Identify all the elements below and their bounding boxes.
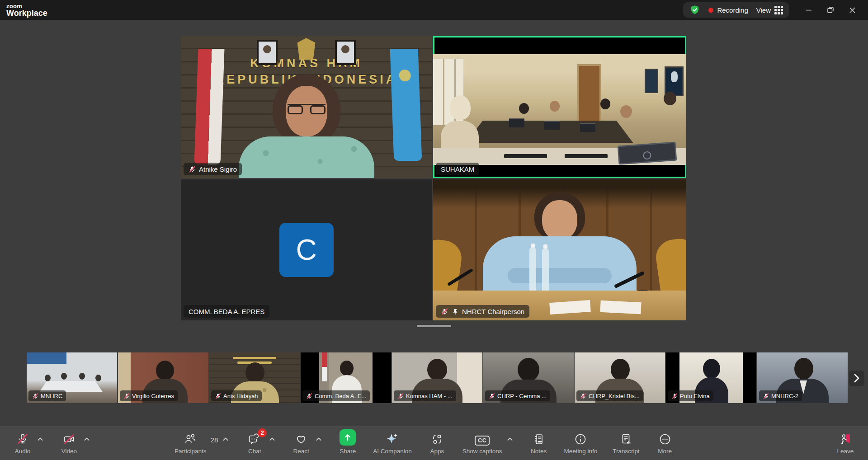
filmstrip-tile-comm-beda[interactable]: Comm. Beda A. E... bbox=[301, 352, 391, 403]
participant-name-label: MNHRC-2 bbox=[759, 390, 802, 401]
microphone-muted-icon bbox=[671, 393, 678, 399]
indonesia-flag bbox=[194, 49, 225, 164]
participant-name-label: Anis Hidayah bbox=[211, 390, 262, 401]
chat-unread-badge: 2 bbox=[258, 428, 267, 437]
filmstrip-tile-virgilio-guterres[interactable]: Virgilio Guterres bbox=[118, 352, 208, 403]
video-tile-nhrct-chairperson[interactable]: NHRCT Chairperson bbox=[433, 179, 686, 320]
video-feed bbox=[433, 179, 686, 320]
participants-filmstrip: MNHRC Virgilio Guterres Anis Hidayah bbox=[27, 352, 848, 403]
filmstrip-tile-anis-hidayah[interactable]: Anis Hidayah bbox=[209, 352, 300, 403]
filmstrip-tile-komnas-ham[interactable]: Komnas HAM - ... bbox=[392, 352, 482, 403]
participants-count: 28 bbox=[211, 436, 218, 444]
microphone-muted-icon bbox=[189, 166, 196, 173]
video-tile-suhakam-active-speaker[interactable]: SUHAKAM bbox=[433, 36, 686, 178]
notes-icon bbox=[533, 432, 545, 446]
participants-button[interactable]: Participants bbox=[175, 432, 207, 455]
audio-button[interactable]: Audio bbox=[13, 432, 33, 455]
react-options-chevron[interactable] bbox=[315, 436, 322, 444]
microphone-muted-icon bbox=[397, 393, 404, 399]
avatar: C bbox=[279, 223, 334, 277]
react-button[interactable]: React bbox=[291, 432, 311, 455]
ai-companion-label: AI Companion bbox=[373, 448, 412, 455]
speaker-video-grid: KOMNAS HAM REPUBLIK INDONESIA Atnike Sig… bbox=[181, 36, 686, 320]
participant-name-label: SUHAKAM bbox=[436, 163, 479, 175]
chat-label: Chat bbox=[248, 448, 261, 455]
filmstrip-tile-putu-elvina[interactable]: Putu Elvina bbox=[666, 352, 756, 403]
titlebar: zoom Workplace Recording View bbox=[0, 0, 868, 20]
ai-companion-button[interactable]: AI Companion bbox=[373, 432, 412, 455]
transcript-icon bbox=[620, 432, 632, 446]
participants-options-chevron[interactable] bbox=[222, 436, 229, 444]
meeting-info-button[interactable]: Meeting info bbox=[564, 432, 598, 455]
participant-name-label: CHRP - Gemma ... bbox=[485, 390, 550, 401]
gallery-view-icon bbox=[774, 6, 783, 14]
leave-button[interactable]: Leave bbox=[835, 432, 855, 455]
meeting-info-label: Meeting info bbox=[564, 448, 598, 455]
meeting-toolbar: Audio Video bbox=[0, 426, 868, 460]
heart-icon bbox=[295, 432, 307, 446]
video-options-chevron[interactable] bbox=[83, 436, 90, 444]
video-feed bbox=[433, 54, 686, 165]
brand-zoom: zoom bbox=[6, 3, 47, 9]
pin-icon bbox=[451, 308, 459, 315]
portrait-frame bbox=[257, 40, 278, 65]
chat-options-chevron[interactable] bbox=[269, 436, 276, 444]
participant-name-label: NHRCT Chairperson bbox=[436, 305, 529, 318]
video-feed: KOMNAS HAM REPUBLIK INDONESIA bbox=[181, 36, 432, 178]
share-screen-icon bbox=[340, 429, 356, 446]
view-label: View bbox=[756, 6, 771, 14]
video-tile-comm-beda[interactable]: C COMM. BEDA A. EPRES bbox=[181, 179, 432, 320]
microphone-muted-icon bbox=[489, 393, 495, 399]
microphone-muted-icon bbox=[306, 393, 312, 399]
recording-indicator[interactable]: Recording bbox=[708, 6, 748, 14]
meeting-status-pill: Recording View bbox=[683, 2, 789, 18]
brand-workplace: Workplace bbox=[6, 9, 47, 18]
filmstrip-tile-chrp-gemma[interactable]: CHRP - Gemma ... bbox=[483, 352, 574, 403]
microphone-muted-icon bbox=[32, 393, 38, 399]
video-tile-atnike-sigiro[interactable]: KOMNAS HAM REPUBLIK INDONESIA Atnike Sig… bbox=[181, 36, 432, 178]
chat-bubble-icon: 2 bbox=[248, 432, 261, 446]
restore-button[interactable] bbox=[823, 3, 838, 17]
filmstrip-tile-mnhrc[interactable]: MNHRC bbox=[27, 352, 117, 403]
participant-name-label: Komnas HAM - ... bbox=[394, 390, 456, 401]
closed-captions-icon: CC bbox=[475, 432, 490, 446]
microphone-muted-icon bbox=[441, 308, 448, 315]
filmstrip-next-button[interactable] bbox=[849, 371, 864, 386]
apps-button[interactable]: Apps bbox=[427, 432, 447, 455]
chevron-right-icon bbox=[853, 373, 861, 383]
share-button[interactable]: Share bbox=[338, 432, 358, 455]
grid-resize-handle[interactable] bbox=[417, 325, 451, 327]
transcript-label: Transcript bbox=[613, 448, 640, 455]
info-icon bbox=[574, 432, 587, 446]
notes-button[interactable]: Notes bbox=[529, 432, 549, 455]
notes-label: Notes bbox=[531, 448, 547, 455]
security-shield-icon[interactable] bbox=[689, 5, 700, 15]
participant-name-label: COMM. BEDA A. EPRES bbox=[184, 305, 269, 318]
more-button[interactable]: More bbox=[655, 432, 675, 455]
show-captions-button[interactable]: CC Show captions bbox=[462, 432, 502, 455]
microphone-muted-icon bbox=[763, 393, 769, 399]
apps-icon bbox=[431, 432, 443, 446]
participant-name-label: Atnike Sigiro bbox=[184, 163, 242, 175]
minimize-button[interactable] bbox=[801, 3, 816, 17]
share-label: Share bbox=[340, 448, 356, 455]
participant-name-label: Putu Elvina bbox=[668, 390, 713, 401]
more-ellipsis-icon bbox=[659, 432, 671, 446]
participants-icon bbox=[184, 432, 197, 446]
view-button[interactable]: View bbox=[756, 6, 783, 14]
institution-flag bbox=[390, 49, 422, 161]
chat-button[interactable]: 2 Chat bbox=[245, 432, 264, 455]
portrait-frame bbox=[335, 40, 356, 65]
microphone-muted-icon bbox=[580, 393, 586, 399]
transcript-button[interactable]: Transcript bbox=[613, 432, 640, 455]
filmstrip-tile-chrp-kristel[interactable]: CHRP_Kristel Bis... bbox=[575, 352, 665, 403]
recording-dot-icon bbox=[708, 8, 713, 13]
audio-options-chevron[interactable] bbox=[37, 436, 44, 444]
captions-options-chevron[interactable] bbox=[506, 436, 514, 444]
recording-label: Recording bbox=[717, 6, 748, 14]
camera-muted-icon bbox=[63, 432, 75, 446]
video-button[interactable]: Video bbox=[59, 432, 79, 455]
filmstrip-tile-mnhrc-2[interactable]: MNHRC-2 bbox=[757, 352, 848, 403]
close-button[interactable] bbox=[844, 3, 860, 17]
microphone-muted-icon bbox=[123, 393, 130, 399]
